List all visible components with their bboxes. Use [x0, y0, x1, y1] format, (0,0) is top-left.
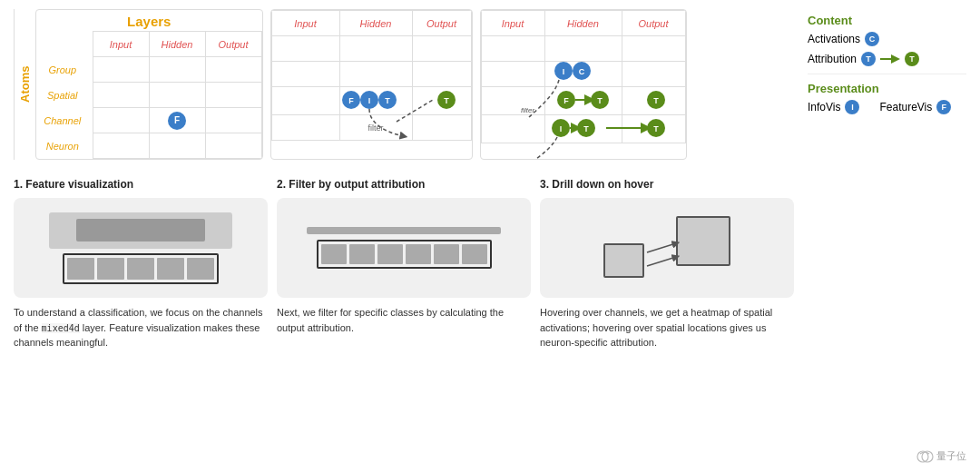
attribution-badge-from: T — [861, 52, 876, 66]
content-title: Content — [808, 14, 966, 27]
d2-row-spatial — [271, 62, 471, 87]
col-input: Input — [93, 32, 149, 57]
col-hidden: Hidden — [149, 32, 205, 57]
atoms-label: Atoms — [14, 9, 35, 160]
svg-text:T: T — [597, 96, 603, 105]
svg-text:T: T — [653, 96, 659, 105]
d3-col-hidden: Hidden — [544, 11, 622, 36]
step-1-text: To understand a classification, we focus… — [14, 305, 268, 350]
presentation-title: Presentation — [808, 82, 966, 95]
d3-row-group — [481, 36, 685, 62]
steps-section: 1. Feature visualization — [14, 178, 794, 350]
d3-row-spatial: I C filter — [481, 62, 685, 87]
panel-divider — [808, 74, 966, 74]
d3-channel-output-svg: T — [624, 87, 683, 113]
step-2-card: 2. Filter by output attribution — [277, 178, 531, 350]
step-1-card: 1. Feature visualization — [14, 178, 268, 350]
f-badge-d1: F — [168, 112, 186, 130]
d2-row-channel: F I T — [271, 87, 471, 115]
diagram2-table: Input Hidden Output — [271, 10, 472, 141]
watermark-text: 量子位 — [936, 449, 966, 463]
svg-text:filter: filter — [521, 106, 534, 114]
step-2-image — [277, 198, 531, 298]
svg-text:F: F — [564, 96, 569, 105]
row-channel: Channel F — [36, 108, 261, 133]
d2-output-svg: T — [415, 87, 469, 113]
step-3-text: Hovering over channels, we get a heatmap… — [540, 305, 794, 350]
svg-text:T: T — [385, 96, 390, 105]
d3-col-input: Input — [481, 11, 544, 36]
d2-col-input: Input — [271, 11, 339, 36]
row-spatial: Spatial — [36, 83, 261, 108]
diagram1-block: Atoms Layers Input Hidden Output — [14, 9, 263, 160]
svg-text:I: I — [562, 67, 564, 76]
infovis-badge: I — [845, 100, 859, 114]
attribution-badge-to: T — [905, 52, 919, 66]
row-group: Group — [36, 57, 261, 83]
step3-arrows-svg — [594, 207, 740, 289]
d2-col-output: Output — [412, 11, 471, 36]
d2-row-group — [271, 36, 471, 62]
d3-channel-hidden-svg: F T — [550, 87, 622, 113]
layers-table: Input Hidden Output Group — [36, 31, 262, 159]
svg-text:T: T — [444, 96, 449, 105]
svg-text:T: T — [653, 124, 659, 133]
layers-title: Layers — [36, 10, 262, 31]
svg-text:T: T — [583, 124, 589, 133]
step-1-title: 1. Feature visualization — [14, 178, 268, 191]
step-2-text: Next, we filter for specific classes by … — [277, 305, 531, 335]
diagram3-block: Input Hidden Output — [480, 9, 687, 160]
featurevis-label: FeatureVis — [879, 101, 932, 113]
diagram2-block: Input Hidden Output — [270, 9, 473, 160]
empty-header — [36, 32, 93, 57]
d3-spatial-hidden-svg: I C filter — [550, 60, 622, 85]
col-output: Output — [205, 32, 261, 57]
right-panel: Content Activations C Attribution T T Pr… — [794, 9, 966, 350]
infovis-label: InfoVis — [808, 101, 840, 113]
step-3-image — [540, 198, 794, 298]
featurevis-badge: F — [936, 100, 951, 114]
d3-col-output: Output — [622, 11, 685, 36]
svg-text:I: I — [368, 96, 370, 105]
step-1-image — [14, 198, 268, 298]
step-3-card: 3. Drill down on hover — [540, 178, 794, 350]
d2-col-hidden: Hidden — [339, 11, 412, 36]
svg-text:I: I — [559, 124, 562, 133]
watermark-icon — [916, 448, 934, 464]
filter-label-d2: filter — [368, 123, 383, 133]
activations-label: Activations — [808, 33, 860, 45]
step-2-title: 2. Filter by output attribution — [277, 178, 531, 191]
d3-neuron-output-svg: T — [624, 115, 683, 141]
watermark: 量子位 — [916, 448, 966, 464]
activations-row: Activations C — [808, 32, 966, 46]
step-3-title: 3. Drill down on hover — [540, 178, 794, 191]
infovis-row: InfoVis I FeatureVis F — [808, 100, 966, 114]
d2-channel-svg: F I T — [340, 87, 413, 113]
diagrams-row: Atoms Layers Input Hidden Output — [14, 9, 794, 160]
svg-text:C: C — [578, 67, 584, 76]
row-neuron: Neuron — [36, 133, 261, 159]
attribution-row: Attribution T T — [808, 52, 966, 66]
attribution-label: Attribution — [808, 53, 857, 65]
d3-row-channel: F T — [481, 87, 685, 115]
svg-text:F: F — [348, 96, 354, 105]
attribution-arrow — [880, 54, 900, 64]
d3-row-neuron: I T — [481, 115, 685, 143]
left-content: Atoms Layers Input Hidden Output — [14, 9, 794, 350]
activations-badge: C — [865, 32, 879, 46]
diagram3-table: Input Hidden Output — [481, 10, 686, 143]
